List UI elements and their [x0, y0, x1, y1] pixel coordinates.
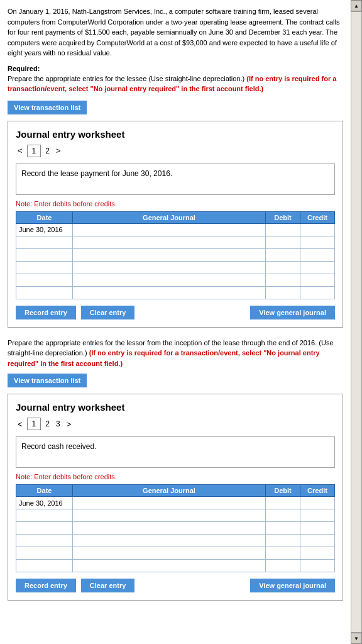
- journal-input-2-5[interactable]: [75, 562, 263, 570]
- clear-entry-btn-2[interactable]: Clear entry: [81, 579, 134, 592]
- page-2-label-1[interactable]: 2: [43, 147, 52, 155]
- journal-input-1-1[interactable]: [75, 238, 263, 246]
- view-transaction-btn-2[interactable]: View transaction list: [8, 374, 87, 387]
- journal-cell-1-2[interactable]: [73, 248, 266, 261]
- credit-input-1-3[interactable]: [303, 264, 332, 271]
- journal-input-1-3[interactable]: [75, 264, 263, 271]
- credit-input-1-1[interactable]: [303, 238, 332, 246]
- next-page-btn-1[interactable]: >: [54, 146, 63, 155]
- date-cell-2-1[interactable]: [16, 509, 73, 522]
- credit-input-2-1[interactable]: [303, 512, 332, 519]
- journal-cell-1-1[interactable]: [73, 236, 266, 248]
- debit-input-2-0[interactable]: [268, 499, 297, 507]
- page-2-label-2[interactable]: 2: [43, 419, 52, 428]
- credit-input-1-4[interactable]: [303, 276, 332, 284]
- journal-cell-2-3[interactable]: [73, 535, 266, 547]
- date-cell-1-2[interactable]: [16, 248, 73, 261]
- journal-input-2-3[interactable]: [75, 537, 263, 545]
- clear-entry-btn-1[interactable]: Clear entry: [81, 306, 134, 319]
- journal-cell-1-5[interactable]: [73, 286, 266, 299]
- credit-cell-2-3[interactable]: [300, 535, 335, 547]
- debit-cell-2-1[interactable]: [266, 509, 300, 522]
- view-transaction-btn-1[interactable]: View transaction list: [8, 101, 87, 114]
- prev-page-btn-2[interactable]: <: [16, 419, 25, 429]
- journal-cell-2-4[interactable]: [73, 547, 266, 560]
- date-cell-2-2[interactable]: [16, 522, 73, 535]
- scroll-up-btn[interactable]: ▲: [351, 0, 362, 11]
- date-input-2-4[interactable]: [19, 550, 70, 557]
- credit-cell-2-1[interactable]: [300, 509, 335, 522]
- credit-input-2-4[interactable]: [303, 550, 332, 557]
- debit-input-1-2[interactable]: [268, 251, 297, 258]
- credit-input-2-2[interactable]: [303, 525, 332, 532]
- credit-cell-2-4[interactable]: [300, 547, 335, 560]
- debit-input-1-1[interactable]: [268, 238, 297, 246]
- date-input-2-1[interactable]: [19, 512, 70, 519]
- credit-cell-2-2[interactable]: [300, 522, 335, 535]
- date-cell-1-3[interactable]: [16, 261, 73, 274]
- credit-cell-1-4[interactable]: [300, 274, 335, 286]
- credit-input-2-5[interactable]: [303, 562, 332, 570]
- journal-cell-2-0[interactable]: [73, 497, 266, 509]
- debit-input-2-3[interactable]: [268, 537, 297, 545]
- debit-input-2-1[interactable]: [268, 512, 297, 519]
- journal-input-1-0[interactable]: [75, 226, 263, 233]
- record-entry-btn-2[interactable]: Record entry: [16, 579, 76, 592]
- prev-page-btn-1[interactable]: <: [16, 146, 25, 155]
- date-input-2-3[interactable]: [19, 537, 70, 545]
- journal-input-1-4[interactable]: [75, 276, 263, 284]
- debit-input-1-3[interactable]: [268, 264, 297, 271]
- scroll-track[interactable]: [351, 11, 362, 633]
- credit-cell-2-0[interactable]: [300, 497, 335, 509]
- view-general-journal-btn-2[interactable]: View general journal: [250, 579, 335, 592]
- credit-input-1-5[interactable]: [303, 289, 332, 296]
- journal-input-1-2[interactable]: [75, 251, 263, 258]
- debit-cell-1-2[interactable]: [266, 248, 300, 261]
- debit-input-2-5[interactable]: [268, 562, 297, 570]
- date-cell-2-4[interactable]: [16, 547, 73, 560]
- page-3-label-2[interactable]: 3: [54, 419, 62, 428]
- debit-cell-1-3[interactable]: [266, 261, 300, 274]
- credit-cell-2-5[interactable]: [300, 560, 335, 572]
- journal-cell-1-0[interactable]: [73, 223, 266, 236]
- date-input-1-5[interactable]: [19, 289, 70, 296]
- record-entry-btn-1[interactable]: Record entry: [16, 306, 76, 319]
- debit-input-1-4[interactable]: [268, 276, 297, 284]
- debit-cell-2-4[interactable]: [266, 547, 300, 560]
- debit-cell-2-2[interactable]: [266, 522, 300, 535]
- credit-input-2-0[interactable]: [303, 499, 332, 507]
- journal-cell-2-1[interactable]: [73, 509, 266, 522]
- date-input-2-2[interactable]: [19, 525, 70, 532]
- credit-cell-1-0[interactable]: [300, 223, 335, 236]
- debit-input-1-0[interactable]: [268, 226, 297, 233]
- journal-cell-1-4[interactable]: [73, 274, 266, 286]
- debit-cell-2-5[interactable]: [266, 560, 300, 572]
- scroll-down-btn[interactable]: ▼: [351, 633, 362, 644]
- date-cell-1-4[interactable]: [16, 274, 73, 286]
- debit-input-1-5[interactable]: [268, 289, 297, 296]
- journal-input-2-1[interactable]: [75, 512, 263, 519]
- journal-input-2-0[interactable]: [75, 499, 263, 507]
- debit-cell-1-1[interactable]: [266, 236, 300, 248]
- credit-cell-1-2[interactable]: [300, 248, 335, 261]
- debit-cell-2-0[interactable]: [266, 497, 300, 509]
- credit-cell-1-3[interactable]: [300, 261, 335, 274]
- date-input-1-3[interactable]: [19, 264, 70, 271]
- journal-cell-1-3[interactable]: [73, 261, 266, 274]
- credit-cell-1-1[interactable]: [300, 236, 335, 248]
- debit-cell-1-5[interactable]: [266, 286, 300, 299]
- debit-cell-1-4[interactable]: [266, 274, 300, 286]
- journal-input-2-4[interactable]: [75, 550, 263, 557]
- date-input-2-5[interactable]: [19, 562, 70, 570]
- credit-input-2-3[interactable]: [303, 537, 332, 545]
- credit-input-1-0[interactable]: [303, 226, 332, 233]
- date-cell-2-5[interactable]: [16, 560, 73, 572]
- date-cell-1-5[interactable]: [16, 286, 73, 299]
- journal-input-2-2[interactable]: [75, 525, 263, 532]
- debit-input-2-4[interactable]: [268, 550, 297, 557]
- view-general-journal-btn-1[interactable]: View general journal: [250, 306, 335, 319]
- next-page-btn-2[interactable]: >: [65, 419, 74, 429]
- date-cell-1-1[interactable]: [16, 236, 73, 248]
- debit-input-2-2[interactable]: [268, 525, 297, 532]
- date-cell-2-3[interactable]: [16, 535, 73, 547]
